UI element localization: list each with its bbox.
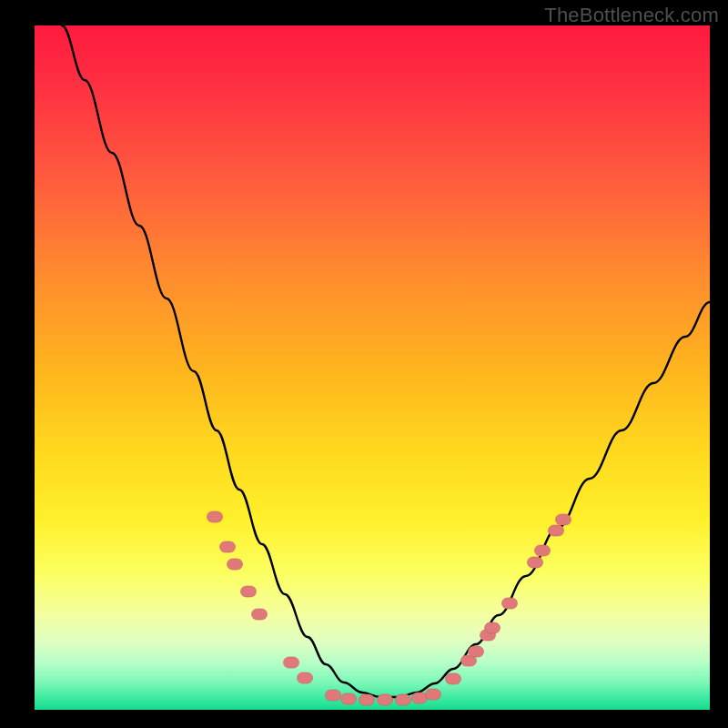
marker-point xyxy=(284,657,299,668)
marker-point xyxy=(298,672,313,683)
marker-point xyxy=(412,693,428,703)
marker-point xyxy=(556,514,571,525)
marker-point xyxy=(426,689,441,700)
marker-point xyxy=(396,694,411,705)
marker-point xyxy=(502,598,518,609)
marker-point xyxy=(220,541,236,552)
marker-point xyxy=(469,646,484,657)
plot-area xyxy=(35,25,710,710)
watermark-text: TheBottleneck.com xyxy=(544,4,719,27)
marker-point xyxy=(378,694,393,705)
marker-point xyxy=(341,693,357,704)
marker-point xyxy=(207,511,223,522)
marker-point xyxy=(446,673,461,684)
marker-point xyxy=(252,609,268,620)
marker-point xyxy=(228,559,243,570)
chart-overlay xyxy=(35,25,710,710)
marker-point xyxy=(241,586,257,597)
highlight-markers xyxy=(207,511,571,705)
chart-frame: TheBottleneck.com xyxy=(0,0,728,728)
bottleneck-curve xyxy=(62,25,710,697)
marker-point xyxy=(528,557,543,568)
marker-point xyxy=(549,525,564,536)
marker-point xyxy=(359,694,375,705)
marker-point xyxy=(326,690,341,701)
marker-point xyxy=(535,545,551,556)
marker-point xyxy=(485,622,500,633)
